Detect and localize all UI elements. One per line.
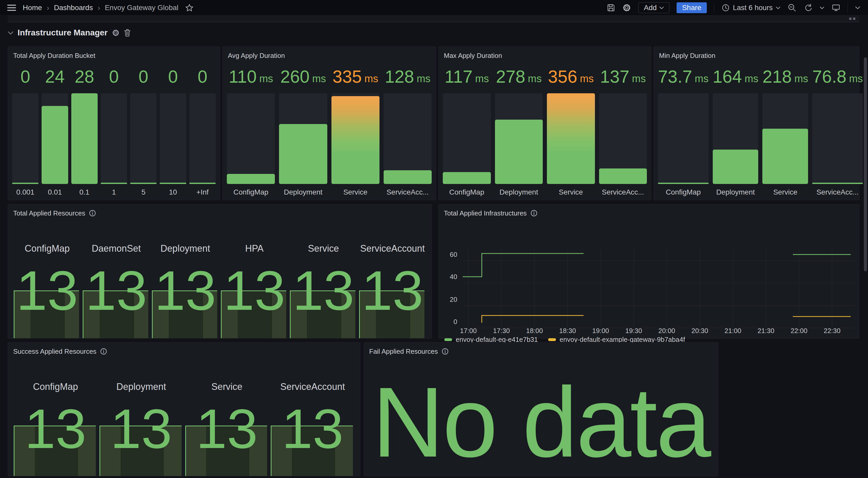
vertical-scrollbar-thumb[interactable] <box>864 57 867 271</box>
stat-value: 13 <box>289 264 358 317</box>
bar-value: 117 <box>444 66 472 87</box>
hamburger-menu-icon[interactable] <box>7 4 16 11</box>
bar-column: 0 10 <box>160 60 186 198</box>
breadcrumb-home[interactable]: Home <box>23 4 42 12</box>
clipped-panel-edge <box>8 16 860 22</box>
panel-title: Min Apply Duration <box>654 47 859 60</box>
bar-column: 0 0.001 <box>12 60 38 198</box>
unit-label: ms <box>795 69 808 85</box>
bar-category-label: ServiceAcc... <box>599 184 647 198</box>
bar-column: 76.8ms ServiceAcc... <box>812 60 863 198</box>
bar-value: 28 <box>75 66 94 87</box>
series-line-yellow <box>482 316 851 323</box>
bar-value: 24 <box>45 66 65 87</box>
bar-track <box>189 93 216 184</box>
bar-category-label: 0.1 <box>71 184 98 198</box>
panel-max-apply-duration: Max Apply Duration 117ms ConfigMap 278ms… <box>438 47 651 200</box>
panel-title: Total Applied Infrastructures <box>439 204 859 217</box>
time-series-canvas <box>439 217 859 338</box>
breadcrumb-dashboards[interactable]: Dashboards <box>54 4 93 12</box>
stat-label: Service <box>184 381 270 392</box>
panel-title: Total Apply Duration Bucket <box>8 47 220 60</box>
stat-value: 13 <box>82 264 151 317</box>
time-range-picker[interactable]: Last 6 hours <box>721 4 780 12</box>
navbar-more-chevron-icon[interactable] <box>855 6 860 9</box>
x-axis-tick: 22:00 <box>783 327 814 335</box>
bar-value: 260 <box>280 66 309 87</box>
panel-title: Success Applied Resources <box>8 342 360 356</box>
bar-category-label: ConfigMap <box>227 184 275 198</box>
refresh-interval-chevron-icon[interactable] <box>820 6 824 9</box>
unit-label: ms <box>849 69 863 85</box>
bar-column: 218ms Service <box>762 60 808 198</box>
row-title[interactable]: Infrastructure Manager <box>18 28 108 37</box>
bar-gauge: 0 0.001 24 0.01 28 0.1 0 1 0 <box>8 60 220 200</box>
row-delete-trash-icon[interactable] <box>124 29 131 37</box>
zoom-out-time-icon[interactable] <box>788 3 797 12</box>
panel-total-applied-infrastructures: Total Applied Infrastructures <box>438 204 860 338</box>
stat-value: 13 <box>220 264 289 317</box>
panel-drag-grip-icon[interactable] <box>849 18 855 20</box>
panel-fail-applied-resources: Fail Applied Resources No data <box>364 342 718 476</box>
bar-column: 0 +Inf <box>189 60 216 198</box>
stat-label: HPA <box>220 243 289 254</box>
bar-value: 0 <box>21 66 30 87</box>
legend-color-pill <box>444 338 452 341</box>
no-data-message: No data <box>372 365 710 478</box>
x-axis-tick: 21:00 <box>717 327 748 335</box>
y-axis-tick: 40 <box>439 273 457 281</box>
bar-value: 0 <box>197 66 208 87</box>
tv-mode-icon[interactable] <box>832 4 840 12</box>
favorite-star-icon[interactable] <box>185 4 193 12</box>
stat-value: 13 <box>13 264 82 317</box>
bar-value: 137 <box>600 66 629 87</box>
time-series-plot[interactable]: 6040200 17:0017:3018:0018:3019:0019:3020… <box>439 217 859 338</box>
row-settings-gear-icon[interactable] <box>112 29 120 37</box>
stat-value: 13 <box>184 402 270 455</box>
info-icon[interactable] <box>530 210 537 217</box>
chevron-down-icon <box>776 6 780 9</box>
breadcrumb-separator: › <box>47 3 49 12</box>
bar-column: 73.7ms ConfigMap <box>658 60 709 198</box>
bar-track <box>713 93 758 184</box>
divider <box>847 3 848 13</box>
panel-title: Total Applied Resources <box>8 204 432 217</box>
y-axis-tick: 20 <box>439 296 457 304</box>
bar-category-label: Deployment <box>279 184 327 198</box>
save-dashboard-icon[interactable] <box>607 4 615 12</box>
bar-category-label: Deployment <box>713 184 758 198</box>
dashboard-settings-gear-icon[interactable] <box>622 3 631 12</box>
add-button[interactable]: Add <box>638 2 669 13</box>
bar-category-label: Service <box>332 184 379 198</box>
row-collapse-chevron-icon[interactable] <box>8 31 13 35</box>
bar-column: 0 1 <box>101 60 127 198</box>
stat-label: ServiceAccount <box>358 243 427 254</box>
panel-total-apply-duration-bucket: Total Apply Duration Bucket 0 0.001 24 0… <box>8 47 220 200</box>
unit-label: ms <box>745 69 758 85</box>
unit-label: ms <box>475 69 489 85</box>
bar-column: 128ms ServiceAcc... <box>383 60 432 198</box>
breadcrumb-current-dashboard[interactable]: Envoy Gateway Global <box>105 4 179 12</box>
bar-category-label: Service <box>547 184 595 198</box>
refresh-icon[interactable] <box>804 3 812 12</box>
bar-value: 110 <box>228 66 256 87</box>
bar-column: 356ms Service <box>547 60 595 198</box>
x-axis-tick: 18:30 <box>552 327 583 335</box>
stat-value: 13 <box>270 402 355 455</box>
y-axis-tick: 60 <box>439 250 457 259</box>
panel-min-apply-duration: Min Apply Duration 73.7ms ConfigMap 164m… <box>654 47 860 200</box>
stat-grid: ConfigMap 13 Deployment 13 Service 13 Se… <box>8 356 360 476</box>
info-icon[interactable] <box>89 210 96 217</box>
unit-label: ms <box>312 69 326 85</box>
bar-value: 0 <box>168 66 178 87</box>
bar-category-label: 0.01 <box>41 184 68 198</box>
info-icon[interactable] <box>441 348 449 355</box>
bar-track <box>443 93 491 184</box>
y-axis-tick: 0 <box>439 318 457 326</box>
bar-track <box>599 93 647 184</box>
stat-label: Deployment <box>151 243 220 254</box>
bar-value: 335 <box>333 66 362 87</box>
share-button[interactable]: Share <box>677 2 707 13</box>
info-icon[interactable] <box>100 348 107 355</box>
bar-track <box>160 93 186 184</box>
